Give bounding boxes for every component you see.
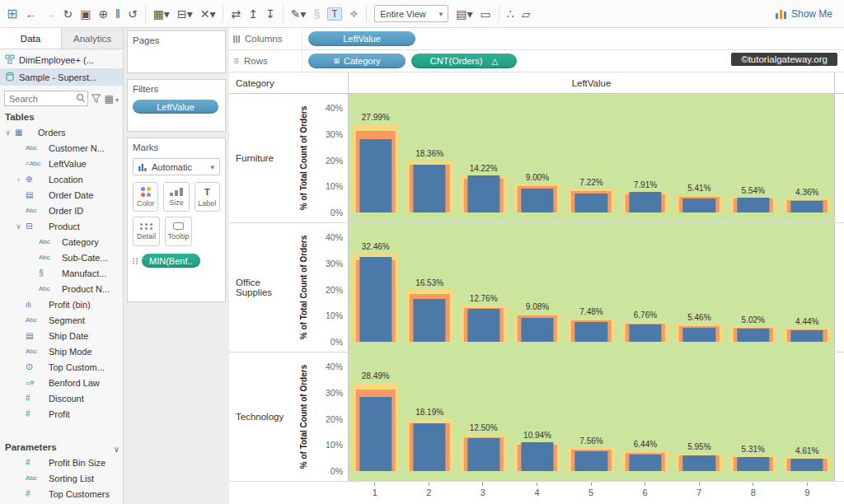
tooltip-mode-icon[interactable]: ▱ [522, 8, 531, 20]
tab-analytics[interactable]: Analytics [62, 28, 123, 49]
bar-office-supplies-digit-8[interactable] [737, 329, 769, 342]
x-axis-labels: 123456789 [348, 482, 834, 504]
filter-funnel-icon[interactable] [91, 94, 101, 103]
field-order-date[interactable]: ▤Order Date [0, 187, 123, 203]
field-order-id[interactable]: AbcOrder ID [0, 203, 123, 218]
presentation-mode-icon[interactable]: ▭ [481, 8, 491, 20]
scroll-down-chevron-icon[interactable]: ∨ [114, 445, 120, 454]
clear-sheet-icon[interactable]: ✕▾ [200, 8, 216, 20]
forward-arrow-icon[interactable]: → [44, 8, 55, 20]
field-product[interactable]: ∨⊟Product [0, 218, 123, 234]
refresh-data-icon[interactable]: ↺ [128, 8, 138, 20]
size-button[interactable]: Size [163, 182, 189, 212]
field-profit-bin[interactable]: ılıProfit (bin) [0, 296, 123, 312]
save-icon[interactable]: ▣ [80, 8, 91, 20]
bar-furniture-digit-4[interactable] [521, 189, 553, 212]
field-category[interactable]: AbcCategory [0, 234, 123, 250]
expander-down-icon[interactable]: ∨ [4, 128, 12, 137]
field-sorting-list[interactable]: AbcSorting List [0, 470, 123, 486]
expander-down-icon[interactable]: ∨ [15, 222, 22, 231]
bar-technology-digit-9[interactable] [791, 459, 823, 471]
bar-office-supplies-digit-4[interactable] [521, 318, 553, 342]
pages-card[interactable]: Pages [127, 30, 226, 73]
field-product-n[interactable]: AbcProduct N... [0, 281, 123, 296]
bar-office-supplies-digit-3[interactable] [467, 309, 499, 343]
back-arrow-icon[interactable]: ← [25, 8, 36, 20]
field-top-custom[interactable]: ⊙Top Custom... [0, 359, 123, 375]
field-top-customers[interactable]: #Top Customers [0, 486, 123, 502]
add-datasource-icon[interactable]: ⊕ [98, 8, 108, 20]
field-manufact[interactable]: §Manufact... [0, 265, 123, 281]
field-location[interactable]: ›⊕Location [0, 171, 123, 187]
tableau-logo-icon[interactable]: ⊞ [7, 7, 17, 21]
rows-pill-category[interactable]: ⊞ Category [308, 54, 406, 68]
sort-ascending-icon[interactable]: ↥ [248, 8, 258, 20]
bar-office-supplies-digit-9[interactable] [791, 330, 823, 342]
mark-type-dropdown[interactable]: Automatic ▾ [133, 158, 220, 175]
bar-office-supplies-digit-6[interactable] [629, 324, 661, 342]
bar-office-supplies-digit-5[interactable] [575, 322, 607, 342]
field-orders[interactable]: ∨▦Orders [0, 124, 123, 140]
datasource-sample-superst[interactable]: Sample - Superst... [0, 68, 123, 86]
tooltip-button[interactable]: Tooltip [165, 217, 192, 246]
bar-technology-digit-5[interactable] [575, 451, 607, 471]
rows-shelf[interactable]: ≡ Rows ⊞ Category CNT(Orders) △ ©tutoria… [229, 50, 844, 72]
rows-pill-cnt-orders[interactable]: CNT(Orders) △ [411, 54, 517, 68]
fit-selector[interactable]: Entire View ▾ [374, 5, 448, 22]
duplicate-sheet-icon[interactable]: ⊟▾ [177, 8, 193, 20]
field-ship-date[interactable]: ▤Ship Date [0, 328, 123, 343]
bar-furniture-digit-5[interactable] [575, 194, 607, 212]
show-me-button[interactable]: Show Me [771, 7, 837, 21]
bar-technology-digit-2[interactable] [414, 423, 446, 471]
bar-office-supplies-digit-1[interactable] [359, 257, 392, 342]
color-button[interactable]: Color [133, 182, 158, 212]
plot-area: 27.99%18.36%14.22%9.00%7.22%7.91%5.41%5.… [348, 94, 834, 222]
bar-technology-digit-3[interactable] [467, 438, 499, 471]
swap-rows-columns-icon[interactable]: ⇄ [231, 8, 241, 20]
filters-card[interactable]: Filters LeftValue [127, 79, 226, 132]
bar-furniture-digit-2[interactable] [414, 165, 446, 212]
expander-right-icon[interactable]: › [15, 175, 22, 184]
bar-furniture-digit-7[interactable] [683, 198, 715, 212]
filter-pill-leftvalue[interactable]: LeftValue [133, 100, 218, 114]
bar-technology-digit-4[interactable] [521, 442, 553, 471]
detail-button[interactable]: Detail [133, 217, 160, 246]
field-profit[interactable]: #Profit [0, 406, 123, 422]
field-discount[interactable]: #Discount [0, 390, 123, 406]
datasource-dimemployee[interactable]: DimEmployee+ (... [0, 51, 123, 68]
bar-furniture-digit-9[interactable] [791, 201, 823, 212]
field-benford-law[interactable]: =#Benford Law [0, 375, 123, 390]
columns-pill-leftvalue[interactable]: LeftValue [308, 31, 415, 46]
bar-furniture-digit-8[interactable] [737, 198, 769, 212]
show-hide-cards-icon[interactable]: ▤▾ [456, 8, 472, 20]
group-members-icon[interactable]: § [313, 8, 320, 20]
bar-technology-digit-8[interactable] [737, 457, 769, 471]
marks-pill-min-benford[interactable]: MIN(Benf.. [142, 254, 200, 268]
bar-furniture-digit-6[interactable] [629, 192, 661, 212]
bar-office-supplies-digit-7[interactable] [683, 328, 715, 342]
label-button[interactable]: T Label [195, 182, 220, 212]
highlight-icon[interactable]: ✎▾ [291, 8, 307, 20]
sort-descending-icon[interactable]: ↧ [265, 8, 275, 20]
redo-icon[interactable]: ↻ [63, 8, 73, 20]
bar-technology-digit-1[interactable] [359, 397, 392, 471]
bar-office-supplies-digit-2[interactable] [414, 299, 446, 342]
field-ship-mode[interactable]: AbcShip Mode [0, 343, 123, 359]
share-workbook-icon[interactable]: ∴ [507, 8, 514, 20]
bar-furniture-digit-3[interactable] [467, 175, 499, 212]
field-leftvalue[interactable]: =AbcLeftValue [0, 156, 123, 171]
new-worksheet-icon[interactable]: ▦▾ [153, 8, 170, 20]
bar-technology-digit-6[interactable] [629, 455, 661, 471]
pause-updates-icon[interactable]: ‖ [115, 8, 120, 20]
tab-data[interactable]: Data [0, 28, 62, 49]
show-mark-labels-icon[interactable]: T [327, 7, 341, 21]
field-profit-bin-size[interactable]: #Profit Bin Size [0, 455, 123, 470]
bar-furniture-digit-1[interactable] [359, 139, 392, 212]
columns-shelf[interactable]: Columns LeftValue [229, 28, 844, 50]
fix-axes-icon[interactable]: ✧ [349, 8, 359, 20]
field-sub-cate[interactable]: AbcSub-Cate... [0, 250, 123, 265]
field-segment[interactable]: AbcSegment [0, 312, 123, 328]
bar-technology-digit-7[interactable] [683, 455, 715, 471]
field-customer-n[interactable]: AbcCustomer N... [0, 140, 123, 156]
view-as-grid-icon[interactable]: ▦ ▾ [104, 93, 119, 105]
